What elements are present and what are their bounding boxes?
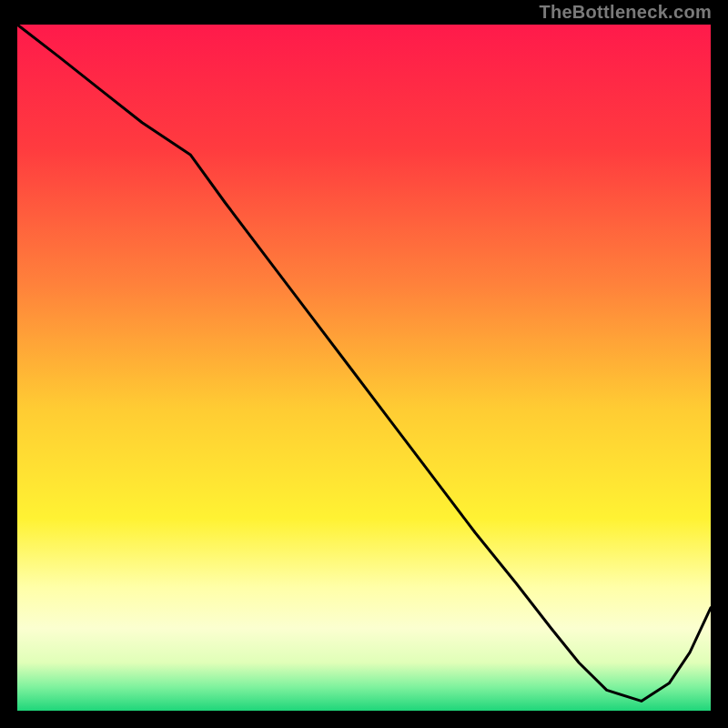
gradient-background <box>17 25 711 711</box>
chart-frame: TheBottleneck.com <box>0 0 728 728</box>
chart-svg <box>17 25 711 711</box>
watermark-text: TheBottleneck.com <box>539 2 712 23</box>
plot-area <box>17 25 711 711</box>
